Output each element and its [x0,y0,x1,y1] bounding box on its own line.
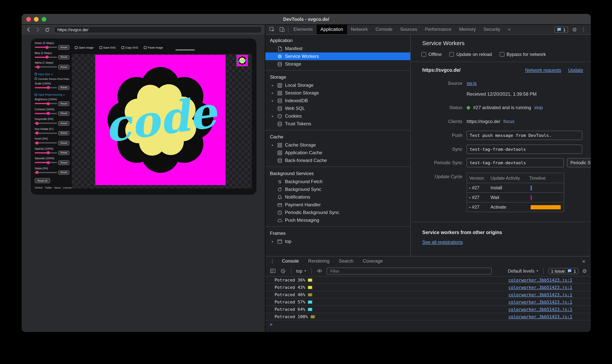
close-icon[interactable]: × [582,258,591,264]
periodic-sync-button[interactable]: Periodic Sync [567,158,591,167]
log-levels-dropdown[interactable]: Default levels▼ [508,269,539,273]
forward-icon[interactable] [34,26,42,34]
source-link[interactable]: colorworker.3bb51423.js:1 [508,314,572,319]
color-swatch[interactable] [311,315,315,318]
sw-js-link[interactable]: sw.js [467,81,477,86]
saturate-slider[interactable] [35,162,57,163]
sidebar-item-cookies[interactable]: ▸ Cookies [265,112,410,120]
periodic-sync-input[interactable] [467,158,564,167]
source-thumbnail[interactable] [236,55,248,66]
console-settings-gear-icon[interactable]: ⚙ [582,268,587,273]
network-requests-link[interactable]: Network requests [525,67,561,73]
sidebar-item-web-sql[interactable]: Web SQL [265,104,410,112]
issues-badge[interactable]: 1 [554,26,568,33]
section-input-preprocessing[interactable]: Input Preprocessing ▾ [35,93,69,96]
filter-input[interactable] [327,267,492,274]
expand-icon[interactable]: ▸ [271,99,274,102]
scale-slider[interactable] [35,87,57,88]
zoom-slider[interactable] [175,49,195,51]
reset-button[interactable]: Reset [58,151,69,155]
console-sidebar-icon[interactable] [269,267,276,274]
contrast-slider[interactable] [35,113,57,114]
source-link[interactable]: colorworker.3bb51423.js:1 [508,285,572,290]
sidebar-item-background-fetch[interactable]: Background Fetch [265,178,410,185]
grayscale-slider[interactable] [35,123,57,124]
color-swatch[interactable] [308,278,313,282]
sidebar-item-storage[interactable]: Storage [265,60,410,68]
copy-svg-button[interactable]: Copy SVG [121,46,138,49]
sidebar-item-back-forward-cache[interactable]: Back-forward Cache [265,156,410,164]
zoom-window-button[interactable] [42,17,46,22]
sidebar-item-top-frame[interactable]: ▸ top [265,237,410,245]
tab-application[interactable]: Application [317,25,347,34]
console-prompt[interactable]: > [265,320,591,328]
reset-button[interactable]: Reset [58,121,69,126]
reset-button[interactable]: Reset [58,85,69,90]
back-icon[interactable] [25,26,32,34]
reset-button[interactable]: Reset [58,170,69,175]
sidebar-item-notifications[interactable]: Notifications [265,193,410,201]
reset-button[interactable]: Reset [58,101,69,106]
push-input[interactable] [467,131,582,140]
bypass-for-network-checkbox[interactable]: Bypass for network [500,52,546,57]
live-expression-eye-icon[interactable] [316,267,323,274]
drawer-tab-coverage[interactable]: Coverage [358,256,387,266]
tab-performance[interactable]: Performance [421,25,455,34]
sidebar-item-payment-handler[interactable]: Payment Handler [265,201,410,208]
drawer-tab-console[interactable]: Console [277,256,303,266]
sidebar-item-cache-storage[interactable]: ▸ Cache Storage [265,141,410,149]
table-row[interactable]: ▸#27 Wait [467,192,564,202]
see-all-registrations-link[interactable]: See all registrations [422,239,463,245]
reset-button[interactable]: Reset [58,45,69,50]
sync-input[interactable] [467,145,582,154]
reset-button[interactable]: Reset [58,111,69,116]
sidebar-item-service-workers[interactable]: ⚙ Service Workers [265,52,410,60]
opacity-slider[interactable] [35,152,57,154]
color-swatch[interactable] [308,308,313,311]
app-footer-links[interactable]: GitHub · Twitter · About · License [35,186,69,189]
window-titlebar[interactable]: DevTools - svgco.de/ [22,14,591,25]
table-row[interactable]: ▸#27 Install [467,183,564,192]
tab-memory[interactable]: Memory [455,25,480,34]
save-svg-button[interactable]: Save SVG [99,46,116,49]
alpha-slider[interactable] [35,66,57,68]
expand-icon[interactable]: ▸ [271,91,274,95]
section-input-size[interactable]: Input Size ▾ [35,73,69,75]
expand-icon[interactable]: ▸ [469,196,471,199]
reset-button[interactable]: Reset [58,141,69,145]
inspect-icon[interactable] [267,25,277,35]
kebab-menu-icon[interactable]: ⋮ [268,258,277,264]
expand-icon[interactable]: ▸ [271,83,274,87]
reload-icon[interactable] [43,26,51,34]
reset-button[interactable]: Reset [58,55,69,59]
invert-slider[interactable] [35,143,57,144]
sidebar-item-background-sync[interactable]: Background Sync [265,185,410,193]
close-window-button[interactable] [26,17,31,22]
paste-image-button[interactable]: Paste Image [144,46,163,49]
blue-slider[interactable] [35,57,57,58]
expand-icon[interactable]: ▸ [271,143,274,147]
sepia-slider[interactable] [35,172,57,173]
tab-sources[interactable]: Sources [396,25,421,34]
canvas-image[interactable] [95,55,226,185]
color-swatch[interactable] [308,286,313,289]
tab-network[interactable]: Network [347,25,372,34]
table-row[interactable]: ▸#27 Activate [467,202,564,212]
color-swatch[interactable] [308,293,313,296]
dpr-checkbox[interactable]: Consider Device Pixel Ratio [35,77,69,80]
more-tabs-button[interactable]: » [504,25,514,34]
open-image-button[interactable]: Open Image [75,46,93,49]
settings-gear-icon[interactable]: ⚙ [572,27,577,32]
brightness-slider[interactable] [35,103,57,104]
drawer-tab-rendering[interactable]: Rendering [303,256,334,266]
reset-all-button[interactable]: Reset All [35,178,50,183]
expand-icon[interactable]: ▸ [271,114,274,118]
context-selector[interactable]: top▼ [296,269,307,273]
green-slider[interactable] [35,47,57,48]
reset-button[interactable]: Reset [58,65,69,69]
issues-counter[interactable]: 1 Issue: 1 [548,268,579,274]
reset-button[interactable]: Reset [58,160,69,165]
sidebar-item-application-cache[interactable]: Application Cache [265,149,410,156]
source-link[interactable]: colorworker.3bb51423.js:1 [508,277,572,283]
source-link[interactable]: colorworker.3bb51423.js:1 [508,299,572,304]
